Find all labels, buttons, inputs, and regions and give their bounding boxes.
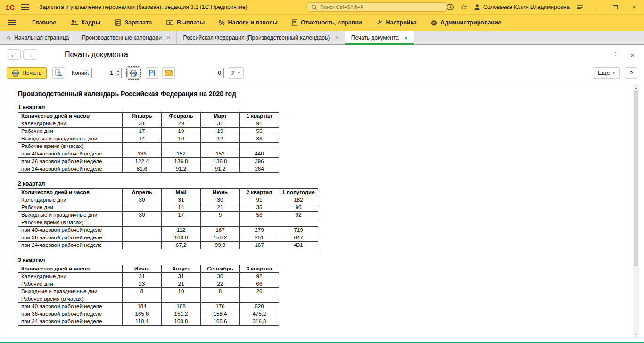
- vertical-scrollbar[interactable]: ▲ ▼: [633, 84, 639, 338]
- search-box[interactable]: [306, 2, 448, 12]
- tabbar-filler: [414, 31, 644, 45]
- minimize-button[interactable]: –: [590, 3, 603, 11]
- pages-input[interactable]: [181, 68, 224, 78]
- lines-icon: [576, 4, 584, 10]
- menu-item-label: Выплаты: [177, 19, 205, 26]
- table-cell: 182: [279, 196, 318, 204]
- menu-item-kadry[interactable]: Кадры: [70, 19, 100, 26]
- menu-item-nastroyka[interactable]: Настройка: [376, 19, 416, 26]
- close-window-button[interactable]: ×: [628, 3, 640, 11]
- spin-down-button[interactable]: ▾: [115, 73, 121, 78]
- chevron-down-icon: ▾: [238, 71, 240, 75]
- percent-icon: %: [219, 19, 224, 26]
- menu-item-zarplata[interactable]: Зарплата: [115, 19, 152, 26]
- menu-item-nalogi[interactable]: % Налоги и взносы: [219, 19, 278, 26]
- menu-item-administrirovanie[interactable]: ⚙ Администрирование: [431, 19, 502, 26]
- table-cell: 19: [162, 128, 201, 135]
- menu-item-label: Отчетность, справки: [301, 19, 362, 26]
- table-cell: 475,2: [240, 310, 279, 318]
- column-header: 1 квартал: [240, 113, 279, 120]
- table-cell: при 24-часовой рабочей неделе: [18, 165, 123, 173]
- calendar-table: Количество дней и часовАпрельМайИюнь2 кв…: [18, 188, 318, 249]
- printer-settings-icon: [130, 70, 137, 77]
- menu-item-glavnoe[interactable]: Главное: [32, 19, 56, 26]
- printer-icon: [12, 70, 19, 77]
- column-header: Август: [162, 265, 201, 273]
- table-cell: 17: [162, 212, 201, 219]
- table-cell: 122,4: [123, 158, 162, 165]
- tab-print-document[interactable]: Печать документа ×: [345, 31, 414, 45]
- search-input[interactable]: [320, 4, 443, 10]
- titlebar-right-controls: ▲ ☆ Соловьева Юлия Владимировна – ×: [431, 3, 644, 12]
- save-icon: [149, 70, 156, 77]
- spreadsheet-document: Производственный календарь Российская Фе…: [5, 84, 633, 338]
- more-menu-button[interactable]: ⋮: [612, 51, 619, 58]
- calendar-table: Количество дней и часовЯнварьФевральМарт…: [18, 112, 279, 173]
- table-cell: 105,6: [201, 318, 240, 326]
- tab-close-icon[interactable]: ×: [167, 34, 171, 41]
- sections-menu-button[interactable]: [7, 20, 18, 25]
- tab-label: Печать документа: [351, 34, 399, 41]
- table-cell: 12: [201, 135, 240, 143]
- page-header-controls: ⋮ ×: [612, 51, 637, 59]
- table-cell: [123, 234, 162, 242]
- close-page-button[interactable]: ×: [630, 51, 635, 59]
- maximize-button[interactable]: [609, 3, 621, 11]
- table-cell: [279, 219, 318, 227]
- back-button[interactable]: ←: [7, 49, 21, 60]
- table-cell: 31: [123, 273, 162, 280]
- more-button[interactable]: Еще ▾: [593, 67, 620, 79]
- menu-item-vyplaty[interactable]: Выплаты: [166, 19, 205, 26]
- table-cell: 90: [279, 204, 318, 212]
- table-cell: Рабочее время (в часах):: [18, 143, 123, 150]
- scroll-down-button[interactable]: ▼: [633, 331, 639, 338]
- forward-button[interactable]: →: [23, 49, 37, 60]
- main-menu-button[interactable]: [19, 4, 31, 10]
- column-header: Январь: [123, 113, 162, 120]
- table-cell: 31: [123, 120, 162, 128]
- scroll-up-button[interactable]: ▲: [633, 84, 639, 91]
- tabbar: ⌂ Начальная страница Производственные ка…: [0, 31, 644, 45]
- tab-russian-federation-calendar[interactable]: Российская Федерация (Производственный к…: [177, 31, 345, 45]
- copies-input-wrap: ▴ ▾: [91, 68, 122, 78]
- table-cell: 30: [201, 273, 240, 280]
- sum-button[interactable]: Σ ▾: [228, 67, 244, 79]
- print-settings-button[interactable]: [127, 67, 140, 79]
- table-cell: 92: [279, 212, 318, 219]
- table-cell: 719: [279, 227, 318, 234]
- user-button[interactable]: Соловьева Юлия Владимировна: [474, 4, 570, 10]
- table-cell: [123, 295, 162, 303]
- scroll-thumb[interactable]: [634, 91, 638, 266]
- table-row: Рабочее время (в часах):: [18, 295, 279, 303]
- doc-sections: 1 кварталКоличество дней и часовЯнварьФе…: [18, 104, 633, 326]
- tab-close-icon[interactable]: ×: [404, 34, 408, 41]
- help-button[interactable]: ?: [625, 67, 637, 79]
- tab-production-calendars[interactable]: Производственные календари ×: [75, 31, 177, 45]
- maximize-icon: [613, 5, 618, 9]
- table-cell: 167: [201, 227, 240, 234]
- table-cell: при 24-часовой рабочей неделе: [18, 318, 123, 326]
- spin-up-button[interactable]: ▴: [115, 68, 121, 73]
- envelope-icon: [165, 70, 173, 76]
- table-cell: 110,4: [123, 318, 162, 326]
- email-button[interactable]: [162, 67, 175, 79]
- user-name: Соловьева Юлия Владимировна: [483, 4, 570, 10]
- table-cell: [201, 143, 240, 150]
- table-cell: 17: [123, 128, 162, 135]
- banknote-icon: [166, 20, 173, 25]
- print-button[interactable]: Печать: [7, 67, 47, 79]
- menu-item-otchetnost[interactable]: Отчетность, справки: [292, 19, 362, 26]
- save-button[interactable]: [146, 67, 158, 79]
- section-caption: 2 квартал: [18, 180, 633, 187]
- tab-close-icon[interactable]: ×: [335, 34, 339, 41]
- support-menu-button[interactable]: [576, 4, 584, 10]
- table-cell: 14: [123, 135, 162, 143]
- preview-button[interactable]: [52, 67, 65, 79]
- favorites-button[interactable]: ☆: [461, 3, 467, 11]
- tab-home[interactable]: ⌂ Начальная страница: [0, 31, 75, 45]
- menu-item-label: Главное: [32, 19, 56, 26]
- table-cell: 56: [240, 212, 279, 219]
- table-cell: 30: [123, 196, 162, 204]
- column-header: Май: [162, 189, 201, 196]
- calculator-icon: [115, 19, 121, 26]
